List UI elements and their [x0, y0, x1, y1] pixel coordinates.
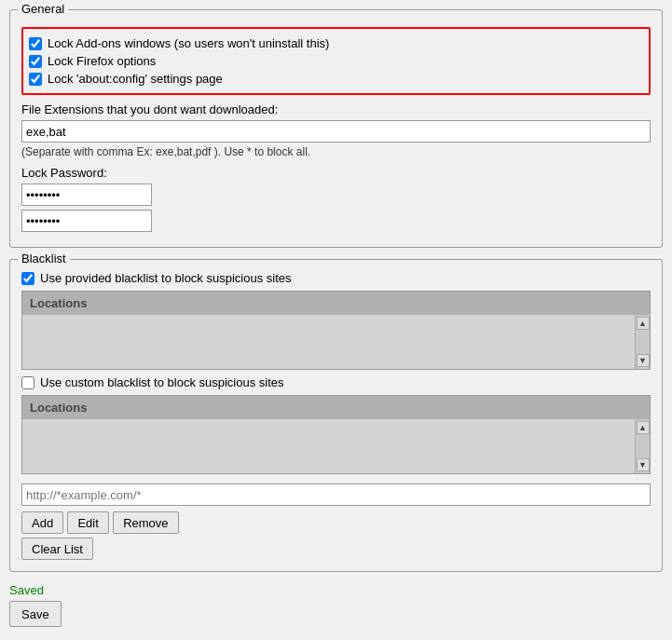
scroll-down-1[interactable]: ▼ — [637, 354, 650, 367]
locations-content-2: ▲ ▼ — [22, 419, 650, 473]
file-ext-input[interactable] — [21, 120, 651, 143]
blacklist-legend: Blacklist — [18, 252, 70, 266]
custom-blacklist-checkbox[interactable] — [21, 376, 34, 389]
password2-input[interactable] — [21, 210, 152, 232]
locations-table-2: Locations ▲ ▼ — [21, 395, 651, 474]
file-ext-label: File Extensions that you dont want downl… — [21, 102, 651, 116]
locations-header-1: Locations — [22, 292, 650, 315]
lock-firefox-label: Lock Firefox options — [48, 54, 156, 68]
scroll-up-1[interactable]: ▲ — [637, 317, 650, 330]
lock-checkboxes-group: Lock Add-ons windows (so users won't uni… — [21, 27, 651, 95]
lock-aboutconfig-label: Lock 'about:config' settings page — [48, 72, 223, 86]
locations-inner-1 — [22, 315, 635, 369]
scroll-down-2[interactable]: ▼ — [637, 458, 650, 471]
lock-addons-label: Lock Add-ons windows (so users won't uni… — [48, 36, 329, 50]
provided-blacklist-label: Use provided blacklist to block suspicio… — [40, 271, 292, 285]
locations-inner-2 — [22, 419, 635, 473]
lock-addons-row: Lock Add-ons windows (so users won't uni… — [29, 36, 643, 50]
main-container: General Lock Add-ons windows (so users w… — [9, 9, 663, 627]
add-button[interactable]: Add — [21, 511, 63, 534]
lock-firefox-checkbox[interactable] — [29, 55, 42, 68]
url-input[interactable] — [21, 483, 651, 506]
scrollbar-1: ▲ ▼ — [635, 315, 650, 369]
password1-input[interactable] — [21, 184, 152, 206]
saved-text: Saved — [9, 583, 663, 597]
file-ext-hint: (Separate with comma Ex: exe,bat,pdf ). … — [21, 145, 651, 158]
lock-firefox-row: Lock Firefox options — [29, 54, 643, 68]
locations-table-1: Locations ▲ ▼ — [21, 291, 651, 370]
action-buttons-row: Add Edit Remove — [21, 511, 651, 534]
locations-header-2: Locations — [22, 396, 650, 419]
locations-content-1: ▲ ▼ — [22, 315, 650, 369]
scrollbar-2: ▲ ▼ — [635, 419, 650, 473]
clear-list-button[interactable]: Clear List — [21, 538, 93, 560]
custom-blacklist-row: Use custom blacklist to block suspicious… — [21, 375, 651, 389]
edit-button[interactable]: Edit — [67, 511, 109, 534]
provided-blacklist-row: Use provided blacklist to block suspicio… — [21, 271, 651, 285]
footer: Saved Save — [9, 583, 663, 627]
lock-addons-checkbox[interactable] — [29, 37, 42, 50]
scroll-up-2[interactable]: ▲ — [637, 421, 650, 434]
lock-aboutconfig-checkbox[interactable] — [29, 73, 42, 86]
lock-password-label: Lock Password: — [21, 166, 651, 180]
blacklist-section: Blacklist Use provided blacklist to bloc… — [9, 259, 663, 572]
provided-blacklist-checkbox[interactable] — [21, 272, 34, 285]
custom-blacklist-label: Use custom blacklist to block suspicious… — [40, 375, 284, 389]
lock-aboutconfig-row: Lock 'about:config' settings page — [29, 72, 643, 86]
general-section: General Lock Add-ons windows (so users w… — [9, 9, 663, 248]
remove-button[interactable]: Remove — [113, 511, 178, 534]
save-button[interactable]: Save — [9, 601, 62, 627]
general-legend: General — [18, 2, 68, 16]
